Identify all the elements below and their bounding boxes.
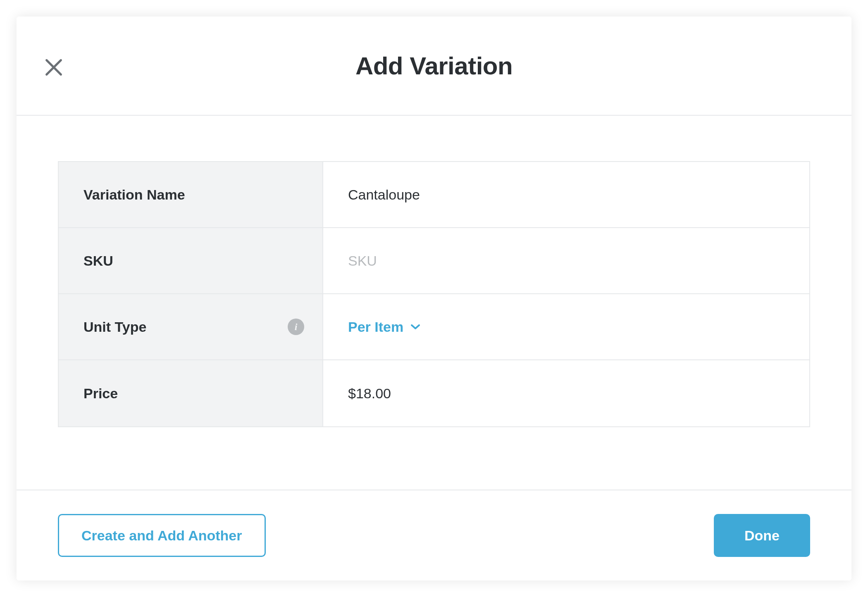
price-input[interactable]: [348, 385, 785, 402]
unit-type-selected: Per Item: [348, 319, 403, 335]
sku-label-cell: SKU: [59, 228, 323, 293]
modal-footer: Create and Add Another Done: [17, 490, 851, 580]
close-button[interactable]: [41, 56, 66, 81]
sku-value-cell: [323, 228, 809, 293]
unit-type-label-cell: Unit Type i: [59, 294, 323, 359]
price-label: Price: [83, 385, 118, 402]
variation-name-value-cell: [323, 162, 809, 227]
unit-type-label: Unit Type: [83, 319, 146, 335]
modal-title: Add Variation: [355, 52, 513, 80]
unit-type-row: Unit Type i Per Item: [59, 294, 809, 360]
modal-body: Variation Name SKU Unit Type i: [17, 116, 851, 490]
sku-row: SKU: [59, 228, 809, 294]
add-variation-modal: Add Variation Variation Name SKU: [17, 17, 851, 580]
close-icon: [43, 57, 64, 80]
price-value-cell: [323, 360, 809, 426]
sku-input[interactable]: [348, 253, 785, 269]
modal-header: Add Variation: [17, 17, 851, 116]
create-and-add-another-button[interactable]: Create and Add Another: [58, 514, 266, 557]
done-button[interactable]: Done: [714, 514, 810, 557]
unit-type-dropdown[interactable]: Per Item: [348, 319, 420, 335]
info-icon[interactable]: i: [288, 319, 304, 335]
variation-name-label: Variation Name: [83, 187, 185, 203]
price-row: Price: [59, 360, 809, 426]
variation-form: Variation Name SKU Unit Type i: [58, 161, 810, 427]
price-label-cell: Price: [59, 360, 323, 426]
variation-name-row: Variation Name: [59, 162, 809, 228]
variation-name-input[interactable]: [348, 187, 785, 203]
chevron-down-icon: [411, 322, 420, 331]
unit-type-value-cell: Per Item: [323, 294, 809, 359]
variation-name-label-cell: Variation Name: [59, 162, 323, 227]
sku-label: SKU: [83, 253, 113, 269]
